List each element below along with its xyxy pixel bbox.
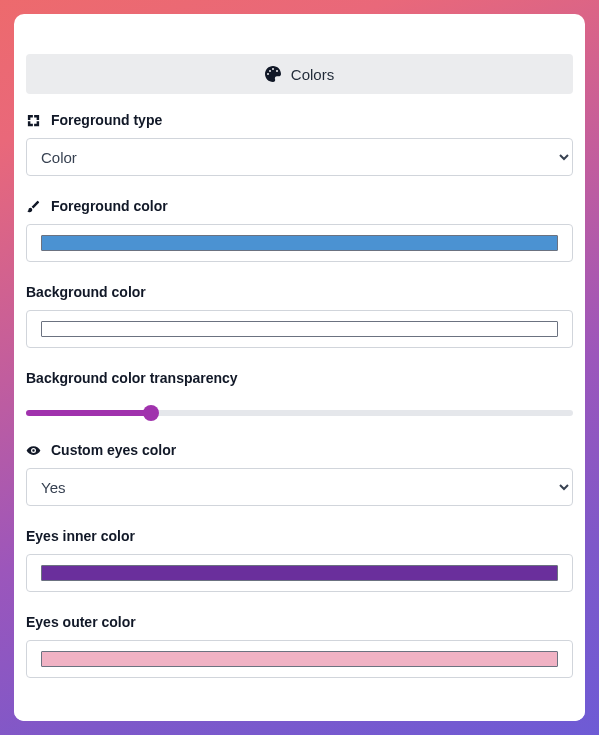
- section-title: Colors: [291, 66, 334, 83]
- eyes-inner-color-swatch: [41, 565, 558, 581]
- palette-icon: [265, 66, 281, 82]
- background-transparency-slider[interactable]: [26, 410, 573, 416]
- window-minimize-icon[interactable]: [46, 24, 56, 34]
- background-transparency-label: Background color transparency: [26, 370, 238, 386]
- foreground-color-label: Foreground color: [51, 198, 168, 214]
- background-color-swatch: [41, 321, 558, 337]
- section-header-colors: Colors: [26, 54, 573, 94]
- custom-eyes-select[interactable]: Yes: [26, 468, 573, 506]
- eyes-outer-color-swatch: [41, 651, 558, 667]
- foreground-color-swatch: [41, 235, 558, 251]
- window-titlebar: [14, 14, 585, 44]
- window-close-icon[interactable]: [28, 24, 38, 34]
- window-maximize-icon[interactable]: [64, 24, 74, 34]
- eyes-inner-color-picker[interactable]: [26, 554, 573, 592]
- brush-icon: [26, 199, 41, 214]
- background-color-picker[interactable]: [26, 310, 573, 348]
- foreground-type-label: Foreground type: [51, 112, 162, 128]
- foreground-color-picker[interactable]: [26, 224, 573, 262]
- colors-panel: Colors Foreground type Color Foreground …: [14, 44, 585, 721]
- eyes-inner-label: Eyes inner color: [26, 528, 135, 544]
- background-color-label: Background color: [26, 284, 146, 300]
- foreground-type-icon: [26, 113, 41, 128]
- eyes-outer-color-picker[interactable]: [26, 640, 573, 678]
- eye-icon: [26, 443, 41, 458]
- custom-eyes-label: Custom eyes color: [51, 442, 176, 458]
- foreground-type-select[interactable]: Color: [26, 138, 573, 176]
- eyes-outer-label: Eyes outer color: [26, 614, 136, 630]
